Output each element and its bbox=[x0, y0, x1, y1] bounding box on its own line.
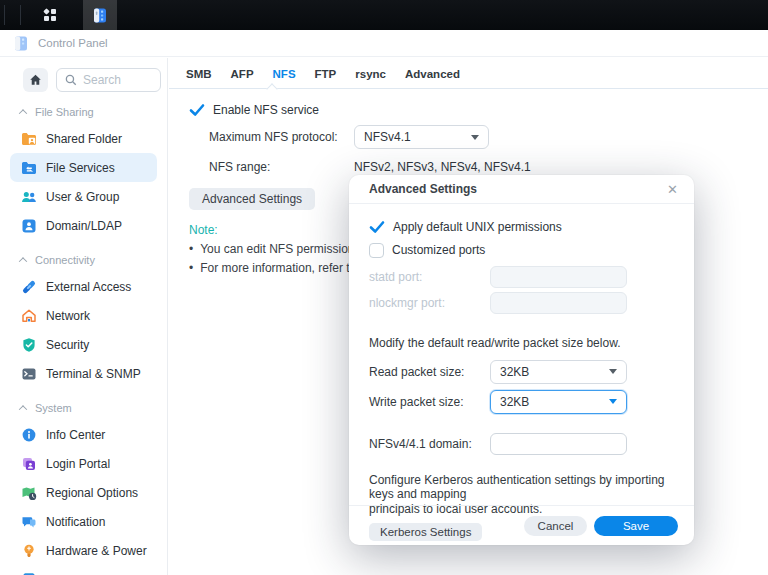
external-devices-icon bbox=[20, 571, 37, 575]
chevron-up-icon bbox=[19, 405, 27, 413]
chevron-up-icon bbox=[19, 109, 27, 117]
hardware-power-icon bbox=[20, 542, 37, 559]
sidebar-search[interactable] bbox=[56, 68, 161, 92]
read-packet-size-select[interactable]: 32KB bbox=[490, 360, 627, 384]
home-button[interactable] bbox=[23, 68, 48, 92]
nlockmgr-port-input bbox=[490, 292, 627, 314]
tab-smb[interactable]: SMB bbox=[186, 68, 212, 80]
security-icon bbox=[20, 336, 37, 353]
customized-ports-label[interactable]: Customized ports bbox=[392, 243, 485, 257]
chevron-up-icon bbox=[19, 257, 27, 265]
save-button[interactable]: Save bbox=[594, 516, 678, 536]
packet-size-note: Modify the default read/write packet siz… bbox=[369, 336, 674, 351]
statd-port-input bbox=[490, 266, 627, 288]
sidebar-item-label: Info Center bbox=[46, 428, 105, 442]
enable-nfs-label[interactable]: Enable NFS service bbox=[213, 103, 319, 117]
sidebar-item-label: User & Group bbox=[46, 190, 119, 204]
customized-ports-checkbox[interactable] bbox=[369, 243, 384, 258]
main-menu-button[interactable] bbox=[27, 0, 73, 30]
sidebar-item-label: Security bbox=[46, 338, 89, 352]
advanced-settings-dialog: Advanced Settings ✕ Apply default UNIX p… bbox=[349, 175, 694, 545]
statd-port-label: statd port: bbox=[369, 270, 490, 284]
main-menu-icon bbox=[42, 7, 59, 24]
home-icon bbox=[28, 73, 43, 87]
sidebar-item-label: Terminal & SNMP bbox=[46, 367, 141, 381]
write-packet-size-select[interactable]: 32KB bbox=[490, 390, 627, 414]
sidebar-item-domain-ldap[interactable]: Domain/LDAP bbox=[10, 211, 157, 240]
checkmark-icon bbox=[369, 220, 385, 234]
window-title: Control Panel bbox=[38, 37, 108, 49]
dialog-header: Advanced Settings ✕ bbox=[349, 175, 694, 204]
user-group-icon bbox=[20, 188, 37, 205]
sidebar-item-label: Network bbox=[46, 309, 90, 323]
tab-afp[interactable]: AFP bbox=[231, 68, 254, 80]
unix-permissions-checkbox[interactable] bbox=[369, 220, 385, 235]
taskbar-divider bbox=[20, 5, 21, 25]
network-icon bbox=[20, 307, 37, 324]
tab-ftp[interactable]: FTP bbox=[315, 68, 337, 80]
sidebar-item-label: Domain/LDAP bbox=[46, 219, 122, 233]
search-input[interactable] bbox=[83, 73, 153, 87]
control-panel-icon bbox=[92, 7, 109, 24]
sidebar-item-login-portal[interactable]: Login Portal bbox=[10, 449, 157, 478]
sidebar-item-terminal-snmp[interactable]: Terminal & SNMP bbox=[10, 359, 157, 388]
search-icon bbox=[64, 73, 78, 87]
nfsv4-domain-input[interactable] bbox=[490, 433, 627, 455]
enable-nfs-checkbox[interactable] bbox=[189, 103, 205, 118]
nlockmgr-port-label: nlockmgr port: bbox=[369, 296, 490, 310]
close-icon[interactable]: ✕ bbox=[667, 183, 678, 196]
tab-rsync[interactable]: rsync bbox=[355, 68, 386, 80]
sidebar-item-label: Notification bbox=[46, 515, 105, 529]
sidebar-section-system[interactable]: System bbox=[10, 396, 157, 420]
chevron-down-icon bbox=[471, 135, 479, 140]
tab-bar: SMB AFP NFS FTP rsync Advanced bbox=[169, 58, 768, 89]
sidebar-item-security[interactable]: Security bbox=[10, 330, 157, 359]
max-nfs-protocol-select[interactable]: NFSv4.1 bbox=[354, 125, 489, 149]
file-services-icon bbox=[20, 159, 37, 176]
control-panel-window: Control Panel File Sharing bbox=[0, 0, 768, 575]
nfsv4-domain-label: NFSv4/4.1 domain: bbox=[369, 437, 490, 451]
sidebar-item-label: Regional Options bbox=[46, 486, 138, 500]
sidebar-item-info-center[interactable]: Info Center bbox=[10, 420, 157, 449]
sidebar-item-user-group[interactable]: User & Group bbox=[10, 182, 157, 211]
sidebar-section-connectivity[interactable]: Connectivity bbox=[10, 248, 157, 272]
sidebar-item-shared-folder[interactable]: Shared Folder bbox=[10, 124, 157, 153]
external-access-icon bbox=[20, 278, 37, 295]
sidebar-item-label: Hardware & Power bbox=[46, 544, 147, 558]
unix-permissions-label[interactable]: Apply default UNIX permissions bbox=[393, 220, 562, 234]
tab-nfs[interactable]: NFS bbox=[273, 68, 296, 80]
dialog-footer: Cancel Save bbox=[349, 505, 694, 545]
read-packet-size-label: Read packet size: bbox=[369, 365, 490, 379]
sidebar-nav: File Sharing Shared Folder bbox=[0, 100, 167, 575]
sidebar-item-label: External Access bbox=[46, 280, 131, 294]
tab-advanced[interactable]: Advanced bbox=[405, 68, 460, 80]
advanced-settings-button[interactable]: Advanced Settings bbox=[189, 188, 315, 210]
nfs-range-label: NFS range: bbox=[209, 160, 354, 174]
sidebar-item-network[interactable]: Network bbox=[10, 301, 157, 330]
sidebar-item-regional-options[interactable]: Regional Options bbox=[10, 478, 157, 507]
shared-folder-icon bbox=[20, 130, 37, 147]
checkmark-icon bbox=[189, 103, 205, 117]
taskbar-control-panel-button[interactable] bbox=[83, 0, 117, 30]
info-center-icon bbox=[20, 426, 37, 443]
notification-icon bbox=[20, 513, 37, 530]
regional-options-icon bbox=[20, 484, 37, 501]
login-portal-icon bbox=[20, 455, 37, 472]
sidebar-item-file-services[interactable]: File Services bbox=[10, 153, 157, 182]
dialog-body: Apply default UNIX permissions Customize… bbox=[349, 218, 694, 541]
sidebar-item-hardware-power[interactable]: Hardware & Power bbox=[10, 536, 157, 565]
sidebar-item-label: Login Portal bbox=[46, 457, 110, 471]
sidebar-item-label: Shared Folder bbox=[46, 132, 122, 146]
sidebar-item-external-access[interactable]: External Access bbox=[10, 272, 157, 301]
cancel-button[interactable]: Cancel bbox=[524, 516, 587, 536]
sidebar-item-external-devices[interactable]: External Devices bbox=[10, 565, 157, 575]
domain-ldap-icon bbox=[20, 217, 37, 234]
sidebar-item-notification[interactable]: Notification bbox=[10, 507, 157, 536]
window-header: Control Panel bbox=[0, 30, 768, 57]
write-packet-size-label: Write packet size: bbox=[369, 395, 490, 409]
chevron-down-icon bbox=[609, 369, 617, 374]
sidebar-section-file-sharing[interactable]: File Sharing bbox=[10, 100, 157, 124]
taskbar-divider bbox=[4, 5, 5, 25]
dialog-title: Advanced Settings bbox=[369, 182, 477, 196]
terminal-snmp-icon bbox=[20, 365, 37, 382]
